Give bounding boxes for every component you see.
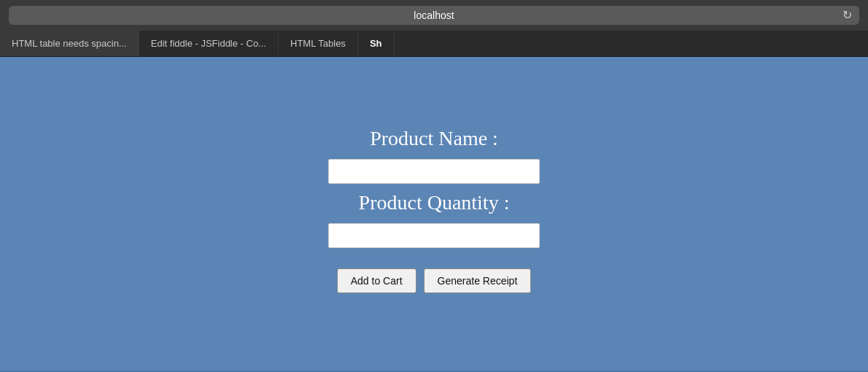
product-quantity-label: Product Quantity : xyxy=(359,191,510,214)
reload-button[interactable]: ↻ xyxy=(842,9,852,21)
tab-2-label: Edit fiddle - JSFiddle - Co... xyxy=(151,38,266,49)
product-name-input[interactable] xyxy=(328,159,540,184)
main-content: Product Name : Product Quantity : Add to… xyxy=(0,57,868,371)
generate-receipt-button[interactable]: Generate Receipt xyxy=(424,268,532,293)
browser-chrome: localhost ↻ xyxy=(0,0,868,31)
product-name-label: Product Name : xyxy=(370,127,498,150)
tab-1[interactable]: HTML table needs spacin... xyxy=(0,31,139,56)
tab-3-label: HTML Tables xyxy=(290,38,346,49)
add-to-cart-button[interactable]: Add to Cart xyxy=(337,268,416,293)
address-bar[interactable]: localhost ↻ xyxy=(9,6,859,25)
tab-4[interactable]: Sh xyxy=(358,31,395,56)
tab-1-label: HTML table needs spacin... xyxy=(12,38,127,49)
tab-4-label: Sh xyxy=(370,38,382,49)
address-text: localhost xyxy=(414,9,454,21)
product-quantity-input[interactable] xyxy=(328,223,540,248)
tab-bar: HTML table needs spacin... Edit fiddle -… xyxy=(0,31,868,57)
product-name-group: Product Name : xyxy=(328,127,540,184)
tab-2[interactable]: Edit fiddle - JSFiddle - Co... xyxy=(139,31,279,56)
buttons-row: Add to Cart Generate Receipt xyxy=(337,268,532,293)
product-quantity-group: Product Quantity : xyxy=(328,191,540,248)
tab-3[interactable]: HTML Tables xyxy=(279,31,358,56)
